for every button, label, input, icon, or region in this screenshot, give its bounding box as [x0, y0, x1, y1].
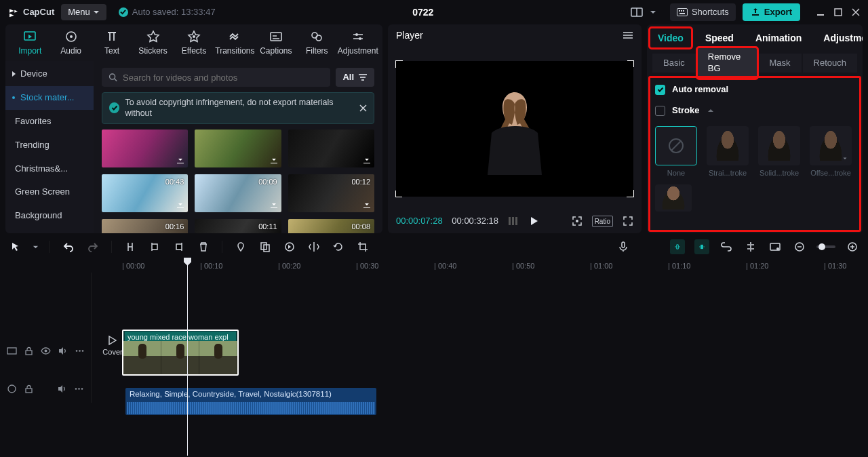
subtab-mask[interactable]: Mask [759, 54, 802, 73]
track-collapse-icon[interactable] [7, 384, 17, 394]
checkbox-on-icon[interactable] [655, 85, 665, 95]
magnet-main-icon[interactable] [670, 239, 685, 254]
media-tab-text[interactable]: Text [92, 29, 132, 57]
stock-thumb[interactable]: 00:11 [195, 219, 281, 234]
export-button[interactable]: Export [743, 3, 800, 22]
playhead[interactable] [187, 259, 188, 456]
download-icon[interactable] [362, 200, 372, 210]
category-intro-end[interactable]: Intro&End [5, 228, 94, 233]
stock-thumb[interactable]: 00:09 [195, 174, 281, 212]
category-background[interactable]: Background [5, 204, 94, 228]
stock-thumb[interactable]: 00:43 [102, 174, 188, 212]
stock-thumb[interactable] [195, 130, 281, 167]
play-button[interactable] [528, 216, 539, 226]
redo-button[interactable] [85, 239, 100, 254]
filter-all-button[interactable]: All [336, 68, 374, 87]
player-viewport[interactable] [396, 61, 633, 197]
stock-thumb[interactable] [288, 130, 374, 167]
menu-button[interactable]: Menu [61, 4, 106, 21]
mirror-tool[interactable] [307, 239, 321, 254]
stroke-extra-thumb[interactable] [655, 184, 692, 212]
stock-thumb[interactable] [102, 130, 188, 167]
category-device[interactable]: Device [5, 62, 94, 86]
inspector-tab-video[interactable]: Video [650, 28, 692, 48]
undo-button[interactable] [61, 239, 76, 254]
delete-tool[interactable] [196, 239, 211, 254]
more-icon[interactable] [75, 346, 85, 356]
columns-icon[interactable] [508, 216, 519, 226]
media-tab-filters[interactable]: Filters [296, 29, 337, 57]
category-trending[interactable]: Trending [5, 134, 94, 157]
copy-tool[interactable] [258, 239, 273, 254]
notice-close[interactable] [359, 104, 367, 112]
pointer-tool[interactable] [8, 239, 23, 254]
shortcuts-button[interactable]: Shortcuts [670, 3, 736, 22]
minimize-button[interactable] [816, 8, 825, 16]
link-icon[interactable] [719, 239, 734, 254]
zoom-out-icon[interactable] [792, 239, 807, 254]
align-icon[interactable] [743, 239, 758, 254]
fullscreen-icon[interactable] [623, 216, 633, 226]
search-input-wrap[interactable] [102, 68, 330, 87]
lock-icon[interactable] [24, 346, 34, 356]
stroke-row[interactable]: Stroke [655, 105, 854, 117]
media-tab-captions[interactable]: Captions [256, 29, 296, 57]
ratio-button[interactable]: Ratio [592, 216, 613, 227]
media-tab-adjustment[interactable]: Adjustment [338, 29, 378, 57]
stroke-option-1[interactable]: Strai...troke [707, 126, 749, 178]
checkbox-off-icon[interactable] [655, 106, 665, 116]
download-icon[interactable] [269, 200, 279, 210]
audio-clip[interactable]: Relaxing, Simple, Countryside, Travel, N… [125, 388, 376, 415]
category-favorites[interactable]: Favorites [5, 110, 94, 134]
search-input[interactable] [123, 73, 323, 83]
volume-icon[interactable] [57, 384, 67, 394]
download-icon[interactable] [176, 155, 185, 165]
download-icon[interactable] [269, 155, 279, 165]
media-tab-transitions[interactable]: Transitions [214, 29, 255, 57]
reverse-tool[interactable] [282, 239, 297, 254]
stroke-option-2[interactable]: Solid...troke [758, 126, 800, 178]
media-tab-effects[interactable]: Effects [174, 29, 214, 57]
chevron-down-icon[interactable] [33, 244, 39, 250]
inspector-tab-speed[interactable]: Speed [697, 28, 742, 48]
subtab-retouch[interactable]: Retouch [803, 54, 857, 73]
category-stock-mater-[interactable]: Stock mater... [5, 86, 94, 110]
inspector-tab-adjustment[interactable]: Adjustment [815, 28, 863, 48]
media-tab-audio[interactable]: Audio [50, 29, 91, 57]
inspector-tab-animation[interactable]: Animation [747, 28, 810, 48]
category-green-screen[interactable]: Green Screen [5, 180, 94, 204]
crop-tool[interactable] [355, 239, 370, 254]
layout-icon[interactable] [631, 7, 643, 17]
rotate-tool[interactable] [331, 239, 346, 254]
zoom-in-icon[interactable] [845, 239, 860, 254]
preview-toggle-icon[interactable] [768, 239, 783, 254]
lock-icon[interactable] [24, 384, 34, 394]
stroke-option-3[interactable]: Offse...troke [810, 126, 852, 178]
trim-right-tool[interactable] [172, 239, 186, 254]
track-collapse-icon[interactable] [7, 346, 17, 356]
download-icon[interactable] [176, 200, 185, 210]
media-tab-stickers[interactable]: Stickers [132, 29, 173, 57]
player-menu-icon[interactable] [623, 31, 633, 39]
magnet-track-icon[interactable] [694, 239, 709, 254]
stock-thumb[interactable]: 00:08 [288, 219, 374, 234]
stock-thumb[interactable]: 00:16 [102, 219, 188, 234]
subtab-basic[interactable]: Basic [652, 54, 696, 73]
eye-icon[interactable] [41, 346, 51, 356]
category-christmas-[interactable]: Christmas&... [5, 157, 94, 181]
close-button[interactable] [852, 8, 860, 16]
auto-removal-row[interactable]: Auto removal [655, 84, 854, 96]
mic-icon[interactable] [616, 239, 631, 254]
stroke-option-0[interactable]: None [655, 126, 697, 178]
chevron-down-icon[interactable] [650, 9, 656, 16]
download-icon[interactable] [362, 155, 372, 165]
zoom-slider[interactable] [816, 245, 835, 248]
split-tool[interactable] [123, 239, 138, 254]
marker-tool[interactable] [233, 239, 248, 254]
video-clip[interactable]: young mixed race woman expl [122, 330, 239, 376]
volume-icon[interactable] [58, 346, 68, 356]
stock-thumb[interactable]: 00:12 [288, 174, 374, 212]
maximize-button[interactable] [834, 8, 842, 16]
fullframe-icon[interactable] [572, 216, 583, 226]
media-tab-import[interactable]: Import [9, 29, 50, 57]
